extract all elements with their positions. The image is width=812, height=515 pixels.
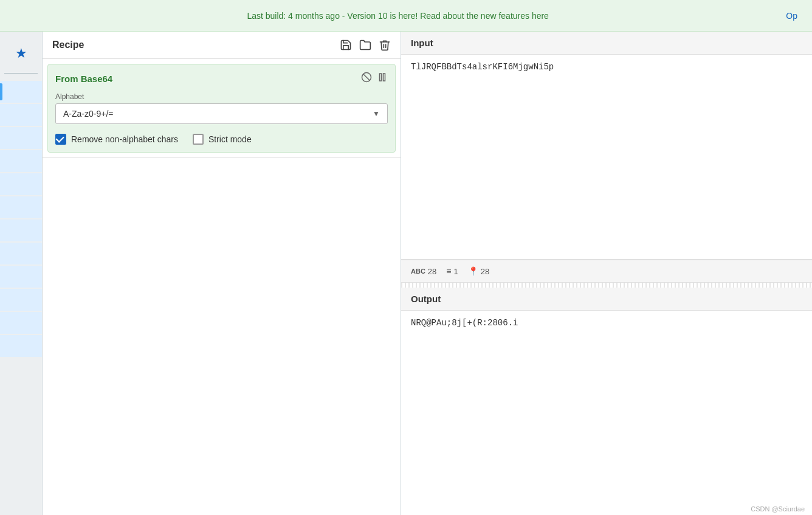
sidebar-row-8[interactable] — [0, 243, 42, 264]
sidebar-divider-1 — [4, 73, 38, 74]
recipe-title: Recipe — [52, 40, 84, 50]
pause-op-button[interactable] — [377, 72, 388, 85]
sidebar-row-10[interactable] — [0, 289, 42, 311]
svg-line-1 — [363, 74, 370, 81]
svg-rect-2 — [380, 74, 382, 81]
alphabet-label: Alphabet — [55, 92, 388, 101]
recipe-header: Recipe — [43, 32, 401, 59]
strict-mode-label: Strict mode — [208, 134, 252, 144]
status-bar: ABC 28 ≡ 1 📍 28 — [401, 260, 812, 283]
input-content[interactable]: TlJRQFBBdTs4alsrKFI6MjgwNi5p — [401, 55, 812, 259]
io-panel: Input TlJRQFBBdTs4alsrKFI6MjgwNi5p ABC 2… — [401, 32, 812, 515]
sidebar-row-7[interactable] — [0, 219, 42, 241]
sidebar-star-icon[interactable]: ★ — [9, 41, 33, 66]
sidebar-row-6[interactable] — [0, 196, 42, 218]
watermark: CSDN @Sciurdae — [401, 503, 812, 515]
lines-icon: ≡ — [446, 266, 451, 276]
remove-nonalpha-label: Remove non-alphabet chars — [71, 134, 178, 144]
checkboxes-row: Remove non-alphabet chars Strict mode — [55, 134, 388, 145]
remove-nonalpha-checkbox-box[interactable] — [55, 134, 66, 145]
strict-mode-checkbox[interactable]: Strict mode — [193, 134, 252, 145]
banner-link[interactable]: Op — [786, 11, 797, 21]
alphabet-dropdown[interactable]: A-Za-z0-9+/= ▼ — [55, 103, 388, 124]
abc-icon: ABC — [411, 268, 425, 275]
disable-op-button[interactable] — [361, 72, 372, 85]
alphabet-value: A-Za-z0-9+/= — [63, 109, 113, 119]
sidebar-row-9[interactable] — [0, 266, 42, 288]
sidebar-row-1[interactable] — [0, 81, 42, 103]
output-section: Output NRQ@PAu;8j[+(R:2806.i CSDN @Sciur… — [401, 288, 812, 515]
sidebar-row-4[interactable] — [0, 150, 42, 172]
sidebar-rows — [0, 81, 42, 357]
status-lines: ≡ 1 — [446, 266, 458, 276]
cursor-icon: 📍 — [468, 266, 478, 276]
alphabet-field: Alphabet A-Za-z0-9+/= ▼ — [55, 92, 388, 124]
op-title: From Base64 — [55, 74, 112, 84]
chars-count: 28 — [428, 267, 436, 276]
dropdown-arrow-icon: ▼ — [373, 109, 380, 118]
svg-rect-3 — [384, 74, 385, 81]
star-icon: ★ — [15, 46, 27, 61]
cursor-pos: 28 — [481, 267, 489, 276]
input-section: Input TlJRQFBBdTs4alsrKFI6MjgwNi5p — [401, 32, 812, 260]
save-button[interactable] — [340, 39, 352, 51]
strict-mode-checkbox-box[interactable] — [193, 134, 204, 145]
resize-handle[interactable] — [401, 283, 812, 288]
op-header: From Base64 — [55, 72, 388, 85]
recipe-toolbar — [340, 39, 391, 51]
sidebar-row-5[interactable] — [0, 173, 42, 195]
sidebar-row-2[interactable] — [0, 104, 42, 126]
active-bar-1 — [0, 83, 2, 100]
output-content: NRQ@PAu;8j[+(R:2806.i — [401, 311, 812, 503]
top-banner: Last build: 4 months ago - Version 10 is… — [0, 0, 812, 32]
remove-nonalpha-checkbox[interactable]: Remove non-alphabet chars — [55, 134, 178, 145]
input-header: Input — [401, 32, 812, 55]
recipe-panel: Recipe — [43, 32, 401, 515]
sidebar: ★ — [0, 32, 43, 515]
open-button[interactable] — [359, 39, 371, 51]
output-header: Output — [401, 288, 812, 311]
sidebar-row-3[interactable] — [0, 127, 42, 149]
sidebar-row-12[interactable] — [0, 335, 42, 357]
operation-block: From Base64 — [47, 64, 396, 153]
sidebar-row-11[interactable] — [0, 312, 42, 334]
op-controls — [361, 72, 388, 85]
lines-count: 1 — [453, 267, 458, 276]
status-cursor: 📍 28 — [468, 266, 489, 276]
banner-text: Last build: 4 months ago - Version 10 is… — [10, 11, 786, 21]
status-chars: ABC 28 — [411, 267, 436, 276]
recipe-empty-area — [43, 157, 401, 515]
delete-button[interactable] — [379, 39, 391, 51]
